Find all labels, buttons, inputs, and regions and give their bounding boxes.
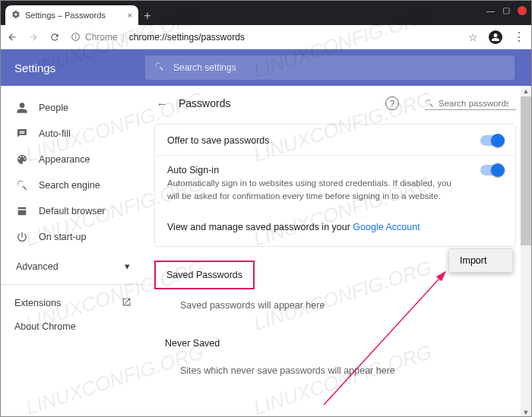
account-avatar-icon[interactable]: [489, 30, 502, 44]
google-account-link-row: View and manage saved passwords in your …: [155, 213, 515, 245]
sidebar-item-startup[interactable]: On start-up: [1, 224, 145, 250]
sidebar-advanced-label: Advanced: [16, 261, 59, 272]
sidebar-item-search-engine[interactable]: Search engine: [1, 172, 145, 198]
new-tab-button[interactable]: +: [138, 7, 157, 25]
settings-search-input[interactable]: [173, 62, 505, 73]
url-scheme: Chrome: [85, 32, 118, 43]
sidebar-advanced[interactable]: Advanced ▾: [1, 254, 145, 278]
offer-save-label: Offer to save passwords: [167, 135, 270, 146]
url-path: chrome://settings/passwords: [129, 32, 245, 43]
search-icon: [425, 99, 434, 108]
maximize-icon[interactable]: ▢: [502, 5, 510, 15]
auto-signin-row: Auto Sign-in Automatically sign in to we…: [155, 155, 515, 213]
never-saved-empty: Sites which never save passwords will ap…: [154, 355, 516, 387]
scroll-up-icon[interactable]: ▲: [521, 86, 531, 96]
close-tab-icon[interactable]: ×: [128, 11, 132, 20]
import-menu-item[interactable]: Import: [449, 249, 512, 272]
sidebar-item-label: Auto-fill: [39, 128, 71, 139]
omnibox[interactable]: Chrome | chrome://settings/passwords: [71, 32, 458, 43]
never-saved-header: Never Saved: [154, 332, 516, 355]
sidebar-item-label: Search engine: [39, 180, 100, 191]
info-icon: [71, 32, 81, 42]
reload-icon[interactable]: [49, 32, 60, 43]
back-icon[interactable]: [7, 32, 17, 43]
sidebar-item-default-browser[interactable]: Default browser: [1, 198, 145, 224]
google-account-link[interactable]: Google Account: [353, 222, 420, 232]
browser-tab[interactable]: Settings – Passwords ×: [5, 5, 138, 25]
settings-sidebar: People Auto-fill Appearance Search engin…: [1, 86, 145, 417]
offer-save-row: Offer to save passwords: [155, 126, 515, 155]
settings-topbar: Settings: [1, 49, 531, 86]
sidebar-item-label: Default browser: [39, 206, 106, 216]
chevron-down-icon: ▾: [125, 261, 130, 272]
search-icon: [154, 62, 164, 74]
sidebar-item-autofill[interactable]: Auto-fill: [1, 121, 145, 147]
auto-signin-label: Auto Sign-in: [167, 165, 456, 175]
sidebar-item-label: People: [39, 103, 68, 113]
password-settings-card: Offer to save passwords Auto Sign-in Aut…: [154, 124, 516, 247]
gear-icon: [11, 10, 21, 21]
browser-menu-icon[interactable]: ⋮: [513, 30, 525, 44]
sidebar-item-label: On start-up: [39, 232, 87, 242]
settings-search[interactable]: [145, 55, 515, 80]
bookmark-star-icon[interactable]: ☆: [468, 31, 478, 43]
minimize-icon[interactable]: —: [486, 6, 495, 15]
offer-save-toggle[interactable]: [480, 135, 503, 146]
sidebar-item-people[interactable]: People: [1, 95, 145, 121]
view-manage-prefix: View and manage saved passwords in your: [167, 222, 353, 232]
page-title: Passwords: [179, 97, 230, 109]
address-bar: Chrome | chrome://settings/passwords ☆ ⋮: [1, 25, 531, 49]
sidebar-about-label: About Chrome: [14, 321, 76, 332]
scroll-down-icon[interactable]: ▼: [521, 407, 531, 417]
password-search[interactable]: [425, 97, 516, 110]
password-search-input[interactable]: [439, 99, 508, 108]
open-external-icon: [122, 297, 131, 309]
page-back-icon[interactable]: ←: [154, 97, 169, 110]
auto-signin-desc: Automatically sign in to websites using …: [167, 177, 456, 204]
sidebar-about[interactable]: About Chrome: [1, 315, 145, 338]
settings-content: ← Passwords ? Offer to save passwords Au…: [145, 86, 531, 417]
window-controls: — ▢: [486, 5, 527, 15]
overflow-menu: Import: [448, 248, 513, 273]
window-close-icon[interactable]: [518, 6, 527, 15]
auto-signin-toggle[interactable]: [480, 165, 503, 175]
forward-icon[interactable]: [28, 32, 39, 43]
sidebar-item-appearance[interactable]: Appearance: [1, 147, 145, 172]
window-titlebar: Settings – Passwords × + — ▢: [1, 1, 531, 25]
sidebar-divider: [1, 284, 145, 285]
help-icon[interactable]: ?: [385, 96, 399, 110]
settings-brand: Settings: [1, 62, 145, 74]
tab-title: Settings – Passwords: [25, 11, 106, 20]
saved-passwords-empty: Saved passwords will appear here: [154, 289, 516, 321]
sidebar-extensions[interactable]: Extensions: [1, 291, 145, 315]
scrollbar-thumb[interactable]: [521, 86, 531, 245]
sidebar-extensions-label: Extensions: [14, 298, 61, 308]
sidebar-item-label: Appearance: [39, 154, 90, 165]
saved-passwords-header: Saved Passwords: [154, 261, 255, 289]
